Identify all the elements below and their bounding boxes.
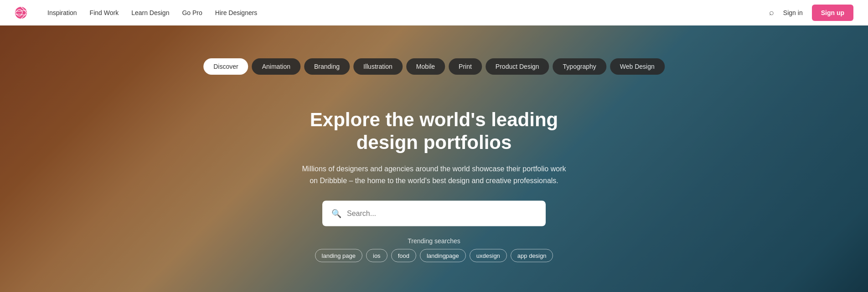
hero-section: DiscoverAnimationBrandingIllustrationMob… <box>0 26 868 292</box>
category-tab-mobile[interactable]: Mobile <box>406 58 445 75</box>
nav-hire-designers[interactable]: Hire Designers <box>215 9 258 16</box>
trending-tag-landing-page[interactable]: landing page <box>315 249 362 262</box>
category-tab-illustration[interactable]: Illustration <box>353 58 403 75</box>
search-input[interactable] <box>347 210 537 218</box>
category-tab-animation[interactable]: Animation <box>252 58 300 75</box>
nav-inspiration[interactable]: Inspiration <box>47 9 77 16</box>
signin-link[interactable]: Sign in <box>783 9 803 16</box>
trending-section: Trending searches landing pageiosfoodlan… <box>297 237 571 262</box>
category-tab-discover[interactable]: Discover <box>203 58 248 75</box>
navbar-left: Inspiration Find Work Learn Design Go Pr… <box>15 6 257 19</box>
svg-point-0 <box>15 7 27 19</box>
dribbble-logo[interactable] <box>15 6 33 19</box>
trending-tags: landing pageiosfoodlandingpageuxdesignap… <box>315 249 553 262</box>
category-tab-web-design[interactable]: Web Design <box>610 58 665 75</box>
category-tab-print[interactable]: Print <box>449 58 482 75</box>
trending-label: Trending searches <box>408 237 460 245</box>
trending-tag-food[interactable]: food <box>391 249 416 262</box>
hero-content: Explore the world's leading design portf… <box>297 108 571 262</box>
hero-title: Explore the world's leading design portf… <box>297 108 571 154</box>
category-tab-product-design[interactable]: Product Design <box>486 58 549 75</box>
category-tab-branding[interactable]: Branding <box>304 58 350 75</box>
nav-find-work[interactable]: Find Work <box>90 9 119 16</box>
category-tabs: DiscoverAnimationBrandingIllustrationMob… <box>203 58 665 75</box>
nav-learn-design[interactable]: Learn Design <box>131 9 169 16</box>
trending-tag-ios[interactable]: ios <box>366 249 388 262</box>
navbar-right: ⌕ Sign in Sign up <box>769 5 853 21</box>
search-icon: 🔍 <box>331 209 341 219</box>
category-tab-typography[interactable]: Typography <box>553 58 606 75</box>
search-bar: 🔍 <box>322 201 546 226</box>
signup-button[interactable]: Sign up <box>812 5 853 21</box>
nav-go-pro[interactable]: Go Pro <box>182 9 202 16</box>
trending-tag-app-design[interactable]: app design <box>511 249 553 262</box>
nav-links: Inspiration Find Work Learn Design Go Pr… <box>47 9 257 16</box>
search-icon[interactable]: ⌕ <box>769 8 774 17</box>
trending-tag-uxdesign[interactable]: uxdesign <box>470 249 507 262</box>
navbar: Inspiration Find Work Learn Design Go Pr… <box>0 0 868 26</box>
trending-tag-landingpage[interactable]: landingpage <box>420 249 466 262</box>
hero-subtitle: Millions of designers and agencies aroun… <box>297 163 571 186</box>
